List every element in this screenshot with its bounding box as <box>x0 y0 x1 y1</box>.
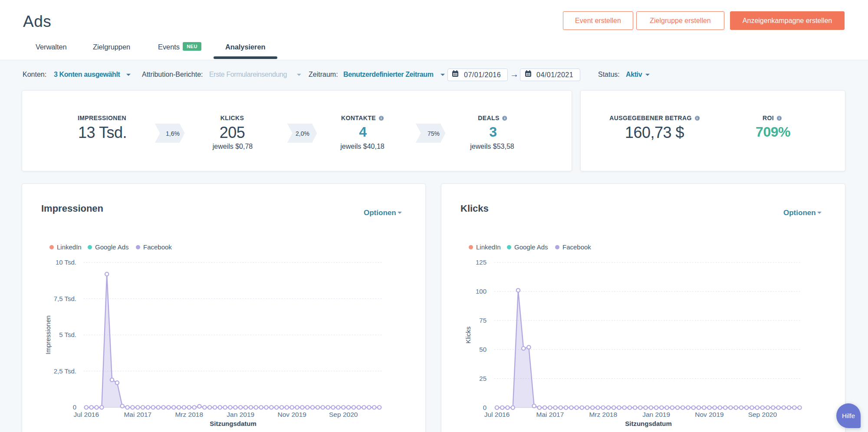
svg-text:Jul 2016: Jul 2016 <box>73 411 99 418</box>
svg-text:Mrz 2018: Mrz 2018 <box>589 411 617 418</box>
svg-text:Nov 2019: Nov 2019 <box>695 411 723 418</box>
svg-text:Nov 2019: Nov 2019 <box>278 411 306 418</box>
svg-text:Klicks: Klicks <box>464 327 472 344</box>
svg-text:75: 75 <box>479 317 487 324</box>
svg-text:10 Tsd.: 10 Tsd. <box>56 259 76 266</box>
svg-text:0: 0 <box>73 403 76 411</box>
svg-text:0: 0 <box>483 404 487 411</box>
svg-text:100: 100 <box>476 288 487 295</box>
svg-text:5 Tsd.: 5 Tsd. <box>59 331 76 338</box>
svg-text:Jul 2016: Jul 2016 <box>484 411 510 418</box>
svg-text:Jan 2019: Jan 2019 <box>642 411 670 418</box>
svg-text:Jan 2019: Jan 2019 <box>227 411 254 418</box>
svg-text:7,5 Tsd.: 7,5 Tsd. <box>54 295 76 302</box>
svg-text:Sitzungsdatum: Sitzungsdatum <box>210 420 256 427</box>
svg-text:2,5 Tsd.: 2,5 Tsd. <box>54 367 76 375</box>
svg-text:Sep 2020: Sep 2020 <box>748 411 777 418</box>
svg-text:25: 25 <box>479 375 487 382</box>
svg-text:Mai 2017: Mai 2017 <box>124 411 151 418</box>
svg-text:50: 50 <box>479 346 487 353</box>
svg-text:Sep 2020: Sep 2020 <box>329 411 358 418</box>
svg-text:Mai 2017: Mai 2017 <box>536 411 564 418</box>
svg-text:Impressionen: Impressionen <box>44 315 52 354</box>
svg-text:Sitzungsdatum: Sitzungsdatum <box>625 420 672 427</box>
svg-text:Mrz 2018: Mrz 2018 <box>175 411 203 418</box>
svg-text:125: 125 <box>476 259 487 266</box>
